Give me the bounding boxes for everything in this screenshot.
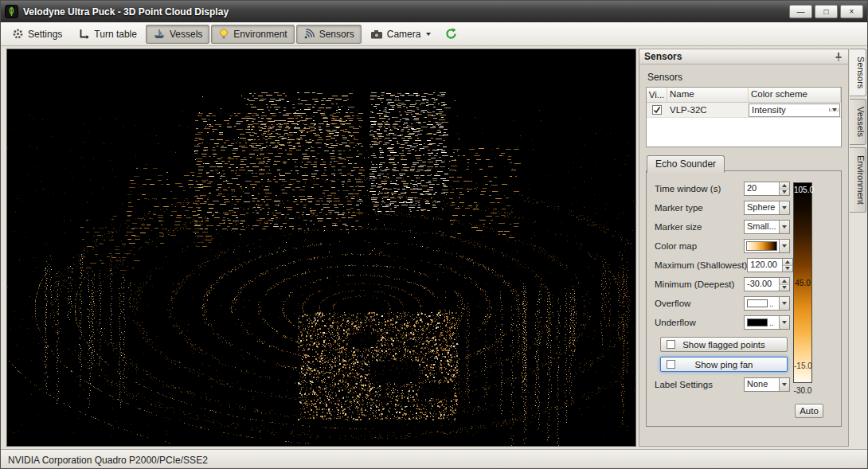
- colormap-gradient-swatch: [746, 241, 777, 251]
- spin-up-icon[interactable]: [783, 259, 792, 266]
- vessels-button[interactable]: Vessels: [146, 25, 209, 44]
- intensity-colorbar: 105.0 45.0 -15.0: [793, 182, 812, 383]
- camera-label: Camera: [387, 29, 421, 40]
- column-color-scheme[interactable]: Color scheme: [749, 88, 841, 102]
- color-scheme-select[interactable]: Intensity: [749, 104, 840, 117]
- sensors-panel-body: Sensors Vi... Name Color scheme: [639, 64, 848, 427]
- sensors-panel-header: Sensors: [639, 49, 848, 64]
- dock-tab-vessels[interactable]: Vessels: [850, 99, 866, 145]
- minimum-value[interactable]: -30.00: [745, 278, 779, 291]
- dropdown-arrow-icon[interactable]: [779, 316, 789, 329]
- environment-button[interactable]: Environment: [211, 25, 294, 44]
- tab-echo-sounder[interactable]: Echo Sounder: [647, 155, 725, 173]
- show-ping-fan-label: Show ping fan: [695, 360, 753, 369]
- spin-down-icon[interactable]: [780, 285, 789, 291]
- underflow-ellipsis: ..: [769, 319, 774, 327]
- label-settings-value: None: [745, 378, 779, 391]
- gpu-status-text: NVIDIA Corporation Quadro P2000/PCIe/SSE…: [8, 455, 208, 466]
- app-window: Velodyne Ultra Puck - 3D Point Cloud Dis…: [0, 0, 868, 469]
- maximize-button[interactable]: □: [815, 5, 838, 18]
- sonar-waves-icon: [303, 28, 315, 40]
- underflow-color-swatch: [747, 319, 768, 326]
- time-window-value[interactable]: 20: [745, 182, 779, 195]
- point-cloud-canvas[interactable]: [7, 49, 635, 446]
- maximum-label: Maximum (Shallowest): [655, 260, 747, 270]
- camera-button[interactable]: Camera: [363, 25, 439, 44]
- settings-fields: Time window (s) 20 Marker type Sphere: [647, 171, 790, 394]
- sensors-table: Vi... Name Color scheme VLP-32C: [646, 87, 842, 147]
- maximum-value[interactable]: 120.00: [748, 259, 782, 272]
- light-bulb-icon: [218, 28, 229, 40]
- close-button[interactable]: ×: [840, 5, 863, 18]
- show-flagged-points-checkbox[interactable]: [667, 340, 675, 349]
- visible-checkbox[interactable]: [652, 105, 662, 115]
- refresh-button[interactable]: [440, 25, 463, 44]
- settings-button[interactable]: Settings: [5, 25, 69, 44]
- title-bar: Velodyne Ultra Puck - 3D Point Cloud Dis…: [1, 1, 867, 22]
- minimum-label: Minimum (Deepest): [655, 279, 734, 289]
- table-row[interactable]: VLP-32C Intensity: [647, 103, 841, 118]
- dock-tab-sensors[interactable]: Sensors: [850, 49, 866, 96]
- ship-icon: [153, 28, 166, 40]
- spin-down-icon[interactable]: [783, 266, 792, 272]
- turn-table-icon: [78, 28, 90, 40]
- colorbar-mid-label: 45.0: [794, 279, 811, 287]
- table-empty-area: [647, 118, 841, 147]
- color-map-select[interactable]: [744, 239, 790, 253]
- panel-tabstrip: Echo Sounder: [646, 154, 842, 170]
- overflow-color-select[interactable]: ..: [744, 296, 790, 311]
- checkmark-icon: [653, 106, 661, 114]
- show-flagged-points-label: Show flagged points: [682, 340, 765, 350]
- show-ping-fan-checkbox[interactable]: [667, 360, 675, 369]
- column-name[interactable]: Name: [667, 88, 749, 102]
- point-cloud-viewport[interactable]: [6, 49, 636, 447]
- minimum-spinner[interactable]: -30.00: [744, 277, 790, 291]
- sensor-name-cell[interactable]: VLP-32C: [667, 105, 749, 115]
- sensors-table-header: Vi... Name Color scheme: [647, 88, 841, 103]
- underflow-color-select[interactable]: ..: [744, 315, 790, 330]
- marker-size-value: Small...: [745, 221, 779, 233]
- column-visible[interactable]: Vi...: [647, 88, 667, 102]
- spin-up-icon[interactable]: [780, 182, 789, 190]
- sensors-group-label: Sensors: [647, 72, 842, 83]
- dropdown-arrow-icon[interactable]: [779, 221, 789, 233]
- color-map-label: Color map: [655, 241, 697, 251]
- maximum-spinner[interactable]: 120.00: [747, 258, 793, 272]
- sensors-label: Sensors: [319, 29, 354, 40]
- time-window-spinner[interactable]: 20: [744, 182, 790, 196]
- settings-label: Settings: [28, 29, 62, 40]
- marker-type-select[interactable]: Sphere: [744, 201, 790, 215]
- dock-tab-environment[interactable]: Environment: [850, 147, 866, 213]
- main-toolbar: Settings Turn table Vessels Environment: [1, 22, 867, 46]
- label-settings-select[interactable]: None: [744, 377, 790, 392]
- environment-label: Environment: [233, 29, 287, 40]
- color-scheme-dropdown-arrow-icon[interactable]: [829, 108, 839, 111]
- spin-down-icon[interactable]: [780, 190, 789, 196]
- marker-size-label: Marker size: [655, 222, 702, 232]
- label-settings-label: Label Settings: [655, 380, 713, 389]
- pin-icon[interactable]: [834, 52, 843, 62]
- show-flagged-points-button[interactable]: Show flagged points: [660, 337, 788, 352]
- minimize-button[interactable]: —: [789, 5, 812, 18]
- marker-size-select[interactable]: Small...: [744, 220, 790, 234]
- sensors-panel: Sensors Sensors Vi... Name Color scheme: [639, 49, 849, 447]
- dropdown-arrow-icon[interactable]: [779, 201, 789, 214]
- dropdown-arrow-icon[interactable]: [779, 240, 789, 252]
- marker-type-value: Sphere: [745, 201, 779, 214]
- show-ping-fan-button[interactable]: Show ping fan: [660, 357, 788, 372]
- turn-table-button[interactable]: Turn table: [71, 25, 144, 44]
- time-window-label: Time window (s): [655, 184, 721, 193]
- auto-button[interactable]: Auto: [795, 404, 823, 418]
- underflow-label: Underflow: [655, 318, 696, 327]
- sensors-button[interactable]: Sensors: [296, 25, 362, 44]
- window-title: Velodyne Ultra Puck - 3D Point Cloud Dis…: [23, 6, 787, 18]
- spin-up-icon[interactable]: [780, 278, 789, 285]
- dropdown-arrow-icon[interactable]: [779, 378, 789, 391]
- camera-dropdown-arrow-icon: [426, 33, 431, 36]
- dropdown-arrow-icon[interactable]: [779, 297, 789, 310]
- sensors-panel-title: Sensors: [644, 51, 834, 62]
- dock-tab-strip: Sensors Vessels Environment: [850, 49, 868, 447]
- app-logo-icon: [5, 5, 18, 18]
- color-scheme-value: Intensity: [749, 105, 829, 115]
- overflow-ellipsis: ..: [769, 299, 774, 308]
